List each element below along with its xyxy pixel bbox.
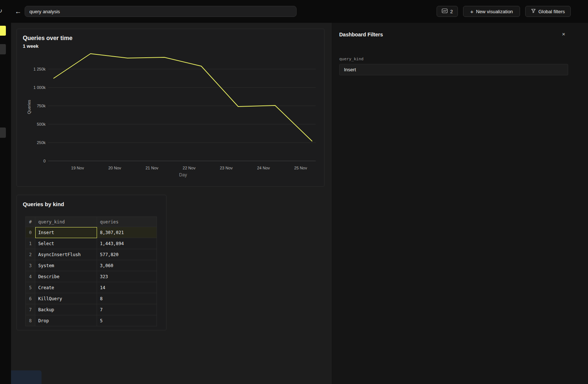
col-header-queries[interactable]: queries [97, 217, 157, 227]
topbar: ↻ ← query analysis 2 + New visualization… [0, 0, 588, 23]
query-kind-cell[interactable]: Insert [35, 227, 97, 238]
svg-text:25 Nov: 25 Nov [294, 166, 307, 170]
table-row[interactable]: 0Insert8,307,021 [26, 227, 157, 238]
table-row[interactable]: 4Describe323 [26, 271, 157, 282]
new-visualization-label: New visualization [476, 9, 513, 14]
table-row[interactable]: 1Select1,443,894 [26, 238, 157, 249]
row-index: 4 [26, 271, 35, 282]
table-card: Queries by kind # query_kind queries 0In… [17, 195, 166, 330]
refresh-icon[interactable]: ↻ [0, 7, 2, 14]
svg-text:20 Nov: 20 Nov [108, 166, 121, 170]
row-index: 7 [26, 304, 35, 315]
svg-text:750k: 750k [37, 104, 46, 108]
main-content: Queries over time 1 week Queries 0250k50… [11, 23, 331, 384]
col-header-query-kind[interactable]: query_kind [35, 217, 97, 227]
panels-count: 2 [450, 9, 453, 14]
queries-cell[interactable]: 5 [97, 315, 157, 326]
query-kind-cell[interactable]: AsyncInsertFlush [35, 249, 97, 260]
funnel-icon [531, 8, 536, 14]
svg-text:1 250k: 1 250k [33, 67, 46, 71]
sidebar-item-active[interactable] [0, 26, 6, 36]
filters-panel-title: Dashboard Filters [339, 32, 383, 37]
table-row[interactable]: 8Drop5 [26, 315, 157, 326]
query-kind-filter-value: Insert [344, 67, 356, 72]
global-filters-label: Global filters [538, 9, 565, 14]
svg-text:250k: 250k [37, 140, 46, 145]
queries-line-chart: 0250k500k750k1 000k1 250k19 Nov20 Nov21 … [32, 51, 322, 180]
query-kind-cell[interactable]: KillQuery [35, 293, 97, 304]
queries-table: # query_kind queries 0Insert8,307,0211Se… [25, 216, 157, 326]
row-index: 6 [26, 293, 35, 304]
svg-text:22 Nov: 22 Nov [183, 166, 196, 170]
svg-text:500k: 500k [37, 122, 46, 126]
table-row[interactable]: 2AsyncInsertFlush577,820 [26, 249, 157, 260]
table-title: Queries by kind [23, 201, 166, 207]
new-visualization-button[interactable]: + New visualization [463, 6, 520, 17]
table-header-row: # query_kind queries [26, 217, 157, 227]
queries-cell[interactable]: 7 [97, 304, 157, 315]
col-header-index: # [26, 217, 35, 227]
dashboard-filters-panel: Dashboard Filters × query_kind Insert [331, 23, 588, 384]
query-kind-cell[interactable]: Drop [35, 315, 97, 326]
y-axis-label: Queries [27, 96, 31, 118]
query-kind-cell[interactable]: Describe [35, 271, 97, 282]
table-row[interactable]: 7Backup7 [26, 304, 157, 315]
row-index: 1 [26, 238, 35, 249]
queries-cell[interactable]: 323 [97, 271, 157, 282]
sidebar-item[interactable] [0, 44, 6, 54]
query-kind-cell[interactable]: Select [35, 238, 97, 249]
queries-cell[interactable]: 8,307,021 [97, 227, 157, 238]
chart-title: Queries over time [23, 35, 324, 42]
close-icon[interactable]: × [562, 31, 565, 37]
query-kind-filter-label: query_kind [339, 57, 363, 61]
sidebar-rail [0, 23, 11, 384]
queries-cell[interactable]: 3,060 [97, 260, 157, 271]
svg-text:Day: Day [179, 172, 187, 177]
queries-table-body: 0Insert8,307,0211Select1,443,8942AsyncIn… [26, 227, 157, 326]
dashboard-title-input[interactable]: query analysis [25, 6, 297, 17]
table-row[interactable]: 5Create14 [26, 282, 157, 293]
query-kind-filter-input[interactable]: Insert [339, 64, 568, 75]
row-index: 3 [26, 260, 35, 271]
app-root: ↻ ← query analysis 2 + New visualization… [0, 0, 588, 384]
svg-text:0: 0 [43, 159, 46, 163]
table-row[interactable]: 3System3,060 [26, 260, 157, 271]
queries-cell[interactable]: 14 [97, 282, 157, 293]
sidebar-item[interactable] [0, 128, 6, 138]
svg-text:19 Nov: 19 Nov [71, 166, 84, 170]
chart-card: Queries over time 1 week Queries 0250k50… [17, 29, 325, 187]
global-filters-button[interactable]: Global filters [525, 6, 571, 17]
queries-cell[interactable]: 1,443,894 [97, 238, 157, 249]
svg-text:24 Nov: 24 Nov [257, 166, 270, 170]
svg-text:23 Nov: 23 Nov [220, 166, 233, 170]
query-kind-cell[interactable]: Create [35, 282, 97, 293]
queries-cell[interactable]: 8 [97, 293, 157, 304]
row-index: 2 [26, 249, 35, 260]
row-index: 5 [26, 282, 35, 293]
chart-subtitle: 1 week [23, 43, 324, 49]
row-index: 8 [26, 315, 35, 326]
table-row[interactable]: 6KillQuery8 [26, 293, 157, 304]
plus-icon: + [470, 9, 473, 14]
queries-cell[interactable]: 577,820 [97, 249, 157, 260]
dashboard-title-text: query analysis [29, 9, 60, 14]
back-button[interactable]: ← [13, 7, 23, 16]
panels-count-button[interactable]: 2 [437, 6, 458, 17]
svg-text:1 000k: 1 000k [33, 85, 46, 90]
svg-text:21 Nov: 21 Nov [146, 166, 158, 170]
bottom-peek-card[interactable] [11, 370, 42, 384]
query-kind-cell[interactable]: Backup [35, 304, 97, 315]
panels-icon [442, 8, 448, 14]
query-kind-cell[interactable]: System [35, 260, 97, 271]
row-index: 0 [26, 227, 35, 238]
